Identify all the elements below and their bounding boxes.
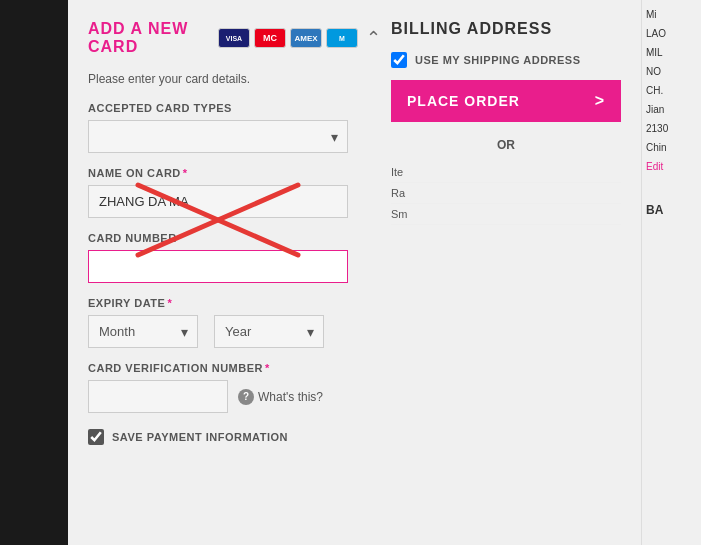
card-type-select[interactable] <box>88 120 348 153</box>
place-order-button[interactable]: PLACE ORDER > <box>391 80 621 122</box>
month-select[interactable]: Month 010203 040506 070809 101112 <box>88 315 198 348</box>
chevron-right-icon: > <box>595 92 605 110</box>
billing-section: BILLING ADDRESS USE MY SHIPPING ADDRESS … <box>391 20 621 122</box>
save-payment-row: SAVE PAYMENT INFORMATION <box>88 429 381 445</box>
maestro-icon: M <box>326 28 358 48</box>
collapse-button[interactable]: ⌃ <box>366 27 381 49</box>
card-icons-group: VISA MC AMEX M <box>218 28 358 48</box>
help-icon: ? <box>238 389 254 405</box>
card-section-header: ADD A NEW CARD VISA MC AMEX M ⌃ <box>88 20 381 56</box>
name-on-card-section: NAME ON CARD* <box>88 167 381 218</box>
right-sidebar: Mi LAO MIL NO CH. Jian 2130 Chin Edit BA <box>641 0 701 545</box>
rs-lao: LAO <box>646 27 697 40</box>
save-payment-checkbox[interactable] <box>88 429 104 445</box>
rs-ch: CH. <box>646 84 697 97</box>
card-type-select-wrapper <box>88 120 348 153</box>
form-subtitle: Please enter your card details. <box>88 72 381 86</box>
rs-ba: BA <box>646 203 697 219</box>
card-number-label: CARD NUMBER* <box>88 232 381 244</box>
visa-icon: VISA <box>218 28 250 48</box>
cvn-row: ? What's this? <box>88 380 381 413</box>
mastercard-icon: MC <box>254 28 286 48</box>
order-summary: Ite Ra Sm <box>391 162 621 225</box>
year-select[interactable]: Year 202420252026 2027202820292030 <box>214 315 324 348</box>
use-shipping-checkbox[interactable] <box>391 52 407 68</box>
cvn-section: CARD VERIFICATION NUMBER* ? What's this? <box>88 362 381 413</box>
use-shipping-label: USE MY SHIPPING ADDRESS <box>415 54 581 66</box>
order-item-ra: Ra <box>391 183 621 204</box>
rs-mil: MIL <box>646 46 697 59</box>
use-shipping-row: USE MY SHIPPING ADDRESS <box>391 52 621 68</box>
billing-title: BILLING ADDRESS <box>391 20 621 38</box>
cvn-label: CARD VERIFICATION NUMBER* <box>88 362 381 374</box>
rs-no: NO <box>646 65 697 78</box>
rs-chin: Chin <box>646 141 697 154</box>
amex-icon: AMEX <box>290 28 322 48</box>
accepted-card-types-label: ACCEPTED CARD TYPES <box>88 102 381 114</box>
rs-mi: Mi <box>646 8 697 21</box>
rs-2130: 2130 <box>646 122 697 135</box>
whats-this-link[interactable]: ? What's this? <box>238 389 323 405</box>
save-payment-label: SAVE PAYMENT INFORMATION <box>112 431 288 443</box>
name-on-card-label: NAME ON CARD* <box>88 167 381 179</box>
section-title: ADD A NEW CARD <box>88 20 218 56</box>
name-on-card-input[interactable] <box>88 185 348 218</box>
right-panel: BILLING ADDRESS USE MY SHIPPING ADDRESS … <box>381 20 621 445</box>
left-sidebar <box>0 0 68 545</box>
order-item-sm: Sm <box>391 204 621 225</box>
cvn-input[interactable] <box>88 380 228 413</box>
left-form-area: ADD A NEW CARD VISA MC AMEX M ⌃ Please e… <box>88 20 381 445</box>
rs-jian: Jian <box>646 103 697 116</box>
expiry-row: Month 010203 040506 070809 101112 Year 2… <box>88 315 381 348</box>
year-select-wrapper: Year 202420252026 2027202820292030 <box>214 315 324 348</box>
order-item-ite: Ite <box>391 162 621 183</box>
month-select-wrapper: Month 010203 040506 070809 101112 <box>88 315 198 348</box>
card-number-input[interactable] <box>88 250 348 283</box>
card-number-section: CARD NUMBER* <box>88 232 381 283</box>
main-content: ADD A NEW CARD VISA MC AMEX M ⌃ Please e… <box>68 0 641 545</box>
or-divider: OR <box>391 138 621 152</box>
expiry-date-label: EXPIRY DATE* <box>88 297 381 309</box>
rs-edit[interactable]: Edit <box>646 160 697 173</box>
expiry-date-section: EXPIRY DATE* Month 010203 040506 070809 … <box>88 297 381 348</box>
accepted-card-types-section: ACCEPTED CARD TYPES <box>88 102 381 153</box>
